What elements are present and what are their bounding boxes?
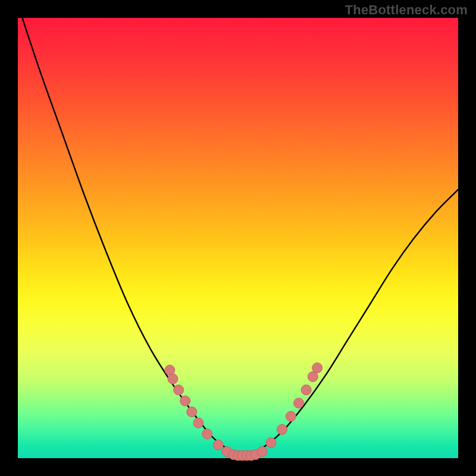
coral-marker — [301, 385, 311, 395]
coral-marker — [180, 396, 190, 406]
coral-marker — [312, 363, 322, 373]
chart-frame: TheBottleneck.com — [0, 0, 476, 476]
coral-marker — [187, 407, 197, 417]
chart-svg — [0, 0, 476, 476]
coral-marker — [202, 429, 212, 439]
coral-marker — [174, 385, 184, 395]
coral-marker — [286, 411, 296, 421]
bottleneck-curve — [22, 18, 458, 456]
coral-marker — [277, 424, 287, 434]
curve-group — [22, 18, 458, 456]
coral-marker — [294, 398, 304, 408]
coral-marker — [168, 374, 178, 384]
coral-marker — [193, 418, 203, 428]
coral-marker — [266, 438, 276, 448]
coral-marker — [257, 446, 267, 456]
coral-marker — [213, 440, 223, 450]
